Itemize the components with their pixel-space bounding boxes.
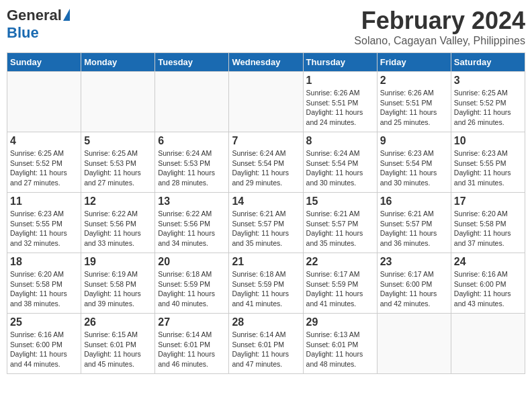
day-info: Sunrise: 6:19 AM Sunset: 5:58 PM Dayligh…	[84, 269, 152, 309]
calendar-cell: 16Sunrise: 6:21 AM Sunset: 5:57 PM Dayli…	[377, 193, 451, 253]
day-info: Sunrise: 6:14 AM Sunset: 6:01 PM Dayligh…	[158, 330, 226, 369]
day-info: Sunrise: 6:16 AM Sunset: 6:00 PM Dayligh…	[454, 269, 522, 309]
column-header-tuesday: Tuesday	[155, 53, 229, 72]
calendar-cell: 12Sunrise: 6:22 AM Sunset: 5:56 PM Dayli…	[81, 193, 155, 253]
day-number: 4	[10, 135, 78, 147]
column-header-monday: Monday	[81, 53, 155, 72]
day-number: 24	[454, 256, 522, 268]
day-number: 8	[306, 135, 374, 147]
calendar-cell: 2Sunrise: 6:26 AM Sunset: 5:51 PM Daylig…	[377, 72, 451, 132]
day-number: 6	[158, 135, 226, 147]
logo-blue-text: Blue	[7, 24, 39, 42]
day-number: 16	[380, 195, 448, 208]
column-header-saturday: Saturday	[451, 53, 525, 72]
calendar-cell: 5Sunrise: 6:25 AM Sunset: 5:53 PM Daylig…	[81, 132, 155, 193]
logo-triangle-icon	[63, 9, 70, 21]
calendar-cell: 14Sunrise: 6:21 AM Sunset: 5:57 PM Dayli…	[229, 193, 303, 253]
calendar-week-1: 1Sunrise: 6:26 AM Sunset: 5:51 PM Daylig…	[7, 72, 525, 132]
day-info: Sunrise: 6:24 AM Sunset: 5:53 PM Dayligh…	[158, 148, 226, 188]
day-info: Sunrise: 6:23 AM Sunset: 5:55 PM Dayligh…	[10, 209, 78, 248]
logo-general-text: General	[7, 7, 62, 24]
day-info: Sunrise: 6:16 AM Sunset: 6:00 PM Dayligh…	[10, 330, 78, 369]
day-info: Sunrise: 6:25 AM Sunset: 5:52 PM Dayligh…	[454, 88, 522, 128]
day-info: Sunrise: 6:14 AM Sunset: 6:01 PM Dayligh…	[232, 330, 300, 369]
column-header-wednesday: Wednesday	[229, 53, 303, 72]
calendar-cell: 21Sunrise: 6:18 AM Sunset: 5:59 PM Dayli…	[229, 253, 303, 314]
day-info: Sunrise: 6:23 AM Sunset: 5:55 PM Dayligh…	[454, 148, 522, 188]
day-number: 21	[232, 256, 300, 268]
calendar-cell	[451, 314, 525, 374]
column-header-sunday: Sunday	[7, 53, 81, 72]
calendar-cell: 17Sunrise: 6:20 AM Sunset: 5:58 PM Dayli…	[451, 193, 525, 253]
calendar-cell: 29Sunrise: 6:13 AM Sunset: 6:01 PM Dayli…	[303, 314, 377, 374]
calendar-cell: 23Sunrise: 6:17 AM Sunset: 6:00 PM Dayli…	[377, 253, 451, 314]
day-number: 22	[306, 256, 374, 268]
calendar-cell: 22Sunrise: 6:17 AM Sunset: 5:59 PM Dayli…	[303, 253, 377, 314]
calendar-cell: 3Sunrise: 6:25 AM Sunset: 5:52 PM Daylig…	[451, 72, 525, 132]
day-number: 7	[232, 135, 300, 147]
day-number: 14	[232, 195, 300, 208]
calendar-cell: 28Sunrise: 6:14 AM Sunset: 6:01 PM Dayli…	[229, 314, 303, 374]
calendar-week-2: 4Sunrise: 6:25 AM Sunset: 5:52 PM Daylig…	[7, 132, 525, 193]
column-header-thursday: Thursday	[303, 53, 377, 72]
calendar-header-row: SundayMondayTuesdayWednesdayThursdayFrid…	[7, 53, 525, 72]
day-number: 20	[158, 256, 226, 268]
day-number: 29	[306, 316, 374, 328]
day-info: Sunrise: 6:17 AM Sunset: 6:00 PM Dayligh…	[380, 269, 448, 309]
day-number: 18	[10, 256, 78, 268]
day-info: Sunrise: 6:21 AM Sunset: 5:57 PM Dayligh…	[380, 209, 448, 248]
day-number: 3	[454, 75, 522, 87]
header: General Blue February 2024 Solano, Cagay…	[7, 7, 525, 47]
calendar-cell	[7, 72, 81, 132]
calendar-subtitle: Solano, Cagayan Valley, Philippines	[354, 35, 525, 47]
calendar-cell: 9Sunrise: 6:23 AM Sunset: 5:54 PM Daylig…	[377, 132, 451, 193]
day-number: 10	[454, 135, 522, 147]
calendar-cell: 26Sunrise: 6:15 AM Sunset: 6:01 PM Dayli…	[81, 314, 155, 374]
day-info: Sunrise: 6:18 AM Sunset: 5:59 PM Dayligh…	[158, 269, 226, 309]
day-info: Sunrise: 6:25 AM Sunset: 5:52 PM Dayligh…	[10, 148, 78, 188]
calendar-cell	[229, 72, 303, 132]
calendar-cell: 13Sunrise: 6:22 AM Sunset: 5:56 PM Dayli…	[155, 193, 229, 253]
day-info: Sunrise: 6:26 AM Sunset: 5:51 PM Dayligh…	[306, 88, 374, 128]
calendar-week-5: 25Sunrise: 6:16 AM Sunset: 6:00 PM Dayli…	[7, 314, 525, 374]
day-info: Sunrise: 6:13 AM Sunset: 6:01 PM Dayligh…	[306, 330, 374, 369]
calendar-cell: 7Sunrise: 6:24 AM Sunset: 5:54 PM Daylig…	[229, 132, 303, 193]
day-number: 13	[158, 195, 226, 208]
day-info: Sunrise: 6:23 AM Sunset: 5:54 PM Dayligh…	[380, 148, 448, 188]
day-info: Sunrise: 6:17 AM Sunset: 5:59 PM Dayligh…	[306, 269, 374, 309]
calendar-cell: 6Sunrise: 6:24 AM Sunset: 5:53 PM Daylig…	[155, 132, 229, 193]
day-number: 12	[84, 195, 152, 208]
calendar-table: SundayMondayTuesdayWednesdayThursdayFrid…	[7, 52, 525, 374]
day-info: Sunrise: 6:24 AM Sunset: 5:54 PM Dayligh…	[306, 148, 374, 188]
day-number: 1	[306, 75, 374, 87]
calendar-cell: 15Sunrise: 6:21 AM Sunset: 5:57 PM Dayli…	[303, 193, 377, 253]
day-info: Sunrise: 6:24 AM Sunset: 5:54 PM Dayligh…	[232, 148, 300, 188]
calendar-title: February 2024	[354, 7, 525, 35]
day-info: Sunrise: 6:26 AM Sunset: 5:51 PM Dayligh…	[380, 88, 448, 128]
title-area: February 2024 Solano, Cagayan Valley, Ph…	[354, 7, 525, 47]
calendar-cell: 20Sunrise: 6:18 AM Sunset: 5:59 PM Dayli…	[155, 253, 229, 314]
day-number: 28	[232, 316, 300, 328]
calendar-cell: 1Sunrise: 6:26 AM Sunset: 5:51 PM Daylig…	[303, 72, 377, 132]
day-number: 11	[10, 195, 78, 208]
day-info: Sunrise: 6:21 AM Sunset: 5:57 PM Dayligh…	[232, 209, 300, 248]
day-info: Sunrise: 6:22 AM Sunset: 5:56 PM Dayligh…	[158, 209, 226, 248]
day-number: 27	[158, 316, 226, 328]
calendar-cell	[81, 72, 155, 132]
calendar-cell: 8Sunrise: 6:24 AM Sunset: 5:54 PM Daylig…	[303, 132, 377, 193]
day-number: 2	[380, 75, 448, 87]
day-number: 17	[454, 195, 522, 208]
calendar-cell: 27Sunrise: 6:14 AM Sunset: 6:01 PM Dayli…	[155, 314, 229, 374]
calendar-cell: 24Sunrise: 6:16 AM Sunset: 6:00 PM Dayli…	[451, 253, 525, 314]
day-info: Sunrise: 6:18 AM Sunset: 5:59 PM Dayligh…	[232, 269, 300, 309]
calendar-cell	[155, 72, 229, 132]
calendar-cell: 11Sunrise: 6:23 AM Sunset: 5:55 PM Dayli…	[7, 193, 81, 253]
calendar-cell: 10Sunrise: 6:23 AM Sunset: 5:55 PM Dayli…	[451, 132, 525, 193]
calendar-cell: 25Sunrise: 6:16 AM Sunset: 6:00 PM Dayli…	[7, 314, 81, 374]
calendar-cell: 18Sunrise: 6:20 AM Sunset: 5:58 PM Dayli…	[7, 253, 81, 314]
day-info: Sunrise: 6:25 AM Sunset: 5:53 PM Dayligh…	[84, 148, 152, 188]
day-info: Sunrise: 6:22 AM Sunset: 5:56 PM Dayligh…	[84, 209, 152, 248]
calendar-cell	[377, 314, 451, 374]
calendar-week-4: 18Sunrise: 6:20 AM Sunset: 5:58 PM Dayli…	[7, 253, 525, 314]
calendar-cell: 19Sunrise: 6:19 AM Sunset: 5:58 PM Dayli…	[81, 253, 155, 314]
